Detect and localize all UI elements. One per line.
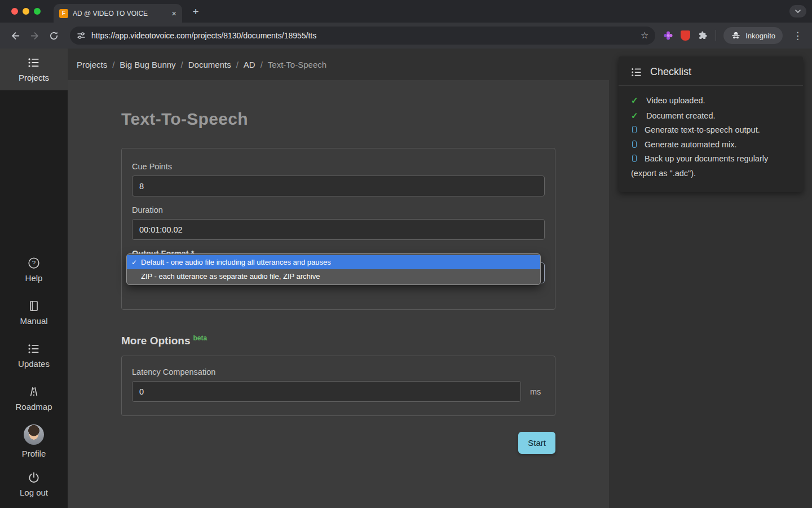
- tab-search-button[interactable]: [789, 5, 806, 17]
- checklist-item: Generate automated mix.: [631, 138, 791, 152]
- checklist-items: Video uploaded. Document created. Genera…: [619, 86, 803, 192]
- option-label: ZIP - each utterance as separate audio f…: [141, 272, 320, 281]
- checkmark-icon: [131, 259, 141, 266]
- ublock-shield-icon[interactable]: [681, 30, 690, 41]
- breadcrumb-separator: /: [261, 60, 263, 69]
- back-arrow-icon: [11, 31, 20, 41]
- duration-field: Duration: [132, 205, 545, 240]
- site-settings-icon[interactable]: [77, 31, 86, 40]
- extension-icons: Inkognito ⋮: [663, 27, 805, 44]
- tab-strip: F AD @ VIDEO TO VOICE × +: [0, 0, 812, 23]
- browser-window: F AD @ VIDEO TO VOICE × + https://app.vi…: [0, 0, 812, 508]
- tts-settings-panel: Cue Points Duration Output Format *: [121, 148, 555, 310]
- check-icon: [631, 93, 639, 108]
- checklist-item-text: Generate text-to-speech output.: [645, 125, 760, 134]
- book-icon: [28, 300, 40, 312]
- sidebar-item-roadmap[interactable]: Roadmap: [0, 377, 68, 420]
- more-options-heading: More Optionsbeta: [121, 335, 609, 347]
- output-format-field: Output Format * Default - one audio file…: [132, 249, 545, 283]
- sidebar-item-label: Roadmap: [15, 402, 52, 411]
- checklist-header: Checklist: [619, 56, 803, 86]
- checklist-item: Document created.: [631, 108, 791, 124]
- incognito-badge[interactable]: Inkognito: [723, 27, 783, 44]
- checklist-item-text: Generate automated mix.: [645, 140, 737, 149]
- list-icon: [28, 343, 40, 355]
- tts-page: Text-To-Speech Cue Points Duration Outpu…: [68, 80, 609, 454]
- purple-extension-icon[interactable]: [663, 30, 673, 41]
- sidebar-bottom-group: ? Help Manual Updates Roadmap Prof: [0, 248, 68, 508]
- help-icon: ?: [28, 257, 40, 269]
- checklist-item-text: Document created.: [646, 111, 716, 120]
- breadcrumb-item-document[interactable]: AD: [244, 60, 255, 69]
- reload-button[interactable]: [45, 27, 62, 44]
- output-format-dropdown: Default - one audio file including all u…: [126, 253, 541, 285]
- chevron-down-icon: [795, 10, 801, 13]
- more-options-panel: Latency Compensation ms: [121, 356, 555, 416]
- incognito-icon: [731, 30, 741, 41]
- latency-label: Latency Compensation: [132, 367, 545, 376]
- right-pane: Checklist Video uploaded. Document creat…: [609, 49, 812, 508]
- bookmark-star-icon[interactable]: ☆: [641, 31, 648, 40]
- latency-unit: ms: [530, 387, 541, 396]
- window-controls: [11, 8, 41, 15]
- checklist-item-text: Back up your documents regularly (export…: [631, 154, 768, 178]
- breadcrumb-item-documents[interactable]: Documents: [188, 60, 231, 69]
- list-icon: [631, 67, 642, 78]
- cue-points-label: Cue Points: [132, 162, 545, 171]
- cue-points-field: Cue Points: [132, 162, 545, 196]
- tab-favicon: F: [59, 9, 68, 18]
- close-window-button[interactable]: [11, 8, 18, 15]
- address-bar[interactable]: https://app.videotovoice.com/projects/81…: [70, 27, 655, 45]
- checklist-item: Generate text-to-speech output.: [631, 123, 791, 138]
- sidebar-item-label: Log out: [20, 488, 48, 497]
- sidebar-item-label: Manual: [20, 316, 47, 326]
- sidebar-item-updates[interactable]: Updates: [0, 334, 68, 377]
- sidebar-item-label: Projects: [19, 73, 49, 82]
- new-tab-button[interactable]: +: [189, 6, 202, 18]
- tab-close-icon[interactable]: ×: [171, 9, 176, 17]
- browser-menu-button[interactable]: ⋮: [790, 30, 805, 42]
- sidebar-item-manual[interactable]: Manual: [0, 291, 68, 334]
- browser-tab[interactable]: F AD @ VIDEO TO VOICE ×: [54, 4, 182, 23]
- duration-input[interactable]: [132, 219, 545, 240]
- breadcrumb: Projects / Big Bug Bunny / Documents / A…: [68, 49, 609, 80]
- checklist-item-text: Video uploaded.: [646, 96, 705, 105]
- minimize-window-button[interactable]: [23, 8, 29, 15]
- breadcrumb-item-current: Text-To-Speech: [268, 60, 326, 69]
- forward-arrow-icon: [30, 31, 39, 41]
- breadcrumb-separator: /: [181, 60, 183, 69]
- breadcrumb-separator: /: [112, 60, 114, 69]
- url-text[interactable]: https://app.videotovoice.com/projects/81…: [91, 31, 635, 40]
- start-button[interactable]: Start: [518, 432, 555, 454]
- sidebar-item-logout[interactable]: Log out: [0, 463, 68, 506]
- cue-points-input[interactable]: [132, 176, 545, 196]
- back-button[interactable]: [7, 27, 24, 44]
- svg-text:?: ?: [32, 260, 36, 266]
- avatar: [24, 424, 44, 445]
- pending-icon: [632, 155, 637, 162]
- extensions-puzzle-icon[interactable]: [698, 30, 708, 41]
- more-options-title: More Options: [121, 335, 190, 347]
- breadcrumb-item-projects[interactable]: Projects: [77, 60, 107, 69]
- pending-icon: [632, 141, 637, 148]
- browser-toolbar: https://app.videotovoice.com/projects/81…: [0, 23, 812, 49]
- check-icon: [631, 108, 639, 124]
- main-content: Projects / Big Bug Bunny / Documents / A…: [68, 49, 609, 508]
- checklist-item: Back up your documents regularly (export…: [631, 152, 791, 181]
- beta-badge: beta: [193, 334, 207, 342]
- breadcrumb-item-project[interactable]: Big Bug Bunny: [120, 60, 175, 69]
- incognito-label: Inkognito: [745, 32, 775, 40]
- dropdown-option-default[interactable]: Default - one audio file including all u…: [127, 255, 540, 269]
- sidebar-item-label: Profile: [22, 449, 46, 458]
- dropdown-option-zip[interactable]: ZIP - each utterance as separate audio f…: [127, 269, 540, 283]
- sidebar-item-profile[interactable]: Profile: [0, 420, 68, 463]
- latency-input[interactable]: [132, 381, 521, 402]
- sidebar-item-label: Help: [25, 273, 43, 283]
- zoom-window-button[interactable]: [34, 8, 41, 15]
- sidebar-item-help[interactable]: ? Help: [0, 248, 68, 291]
- checklist-title: Checklist: [650, 66, 691, 78]
- forward-button[interactable]: [26, 27, 43, 44]
- app-body: Projects ? Help Manual Updates Roadmap: [0, 49, 812, 508]
- sidebar-item-projects[interactable]: Projects: [0, 49, 68, 90]
- option-label: Default - one audio file including all u…: [141, 258, 331, 266]
